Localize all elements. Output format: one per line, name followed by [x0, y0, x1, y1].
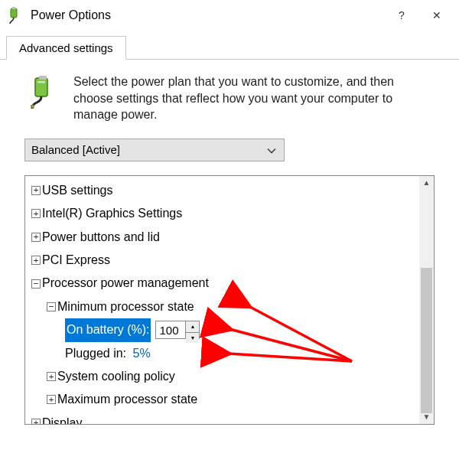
tree-label: System cooling policy [57, 365, 175, 388]
svg-rect-0 [11, 8, 17, 18]
tree-node-processor-power[interactable]: − Processor power management [31, 272, 419, 295]
scroll-thumb[interactable] [421, 268, 432, 413]
tree-node-min-processor-state[interactable]: − Minimum processor state [31, 295, 419, 318]
close-button[interactable]: ✕ [419, 3, 454, 28]
tree-node-usb[interactable]: + USB settings [31, 179, 419, 202]
tree-node-plugged-in[interactable]: Plugged in: 5% [31, 342, 419, 365]
on-battery-input[interactable] [155, 321, 186, 339]
intro-section: Select the power plan that you want to c… [24, 73, 435, 123]
tree-label: PCI Express [42, 249, 110, 272]
power-icon [5, 6, 23, 24]
plugged-in-value[interactable]: 5% [133, 342, 151, 365]
help-button[interactable]: ? [384, 3, 419, 28]
expand-icon[interactable]: + [31, 256, 41, 265]
tree-label: Processor power management [42, 272, 209, 295]
battery-plug-icon [24, 73, 61, 110]
setting-label-on-battery: On battery (%): [65, 318, 151, 341]
expand-icon[interactable]: + [31, 233, 41, 242]
on-battery-spinner[interactable]: ▲ ▼ [155, 321, 200, 339]
scroll-up-icon[interactable]: ▲ [419, 176, 434, 190]
intro-text: Select the power plan that you want to c… [73, 73, 435, 123]
collapse-icon[interactable]: − [31, 279, 41, 289]
tree-node-max-processor-state[interactable]: + Maximum processor state [31, 388, 419, 411]
settings-tree-container: + USB settings + Intel(R) Graphics Setti… [24, 175, 435, 425]
chevron-down-icon [267, 143, 276, 156]
setting-label-plugged-in: Plugged in: [65, 342, 126, 365]
expand-icon[interactable]: + [47, 395, 56, 404]
spinner-down-icon[interactable]: ▼ [186, 333, 199, 343]
expand-icon[interactable]: + [31, 209, 41, 218]
scroll-down-icon[interactable]: ▼ [419, 410, 434, 424]
tree-label: Power buttons and lid [42, 226, 160, 249]
power-plan-selected: Balanced [Active] [31, 143, 120, 156]
tab-advanced-settings[interactable]: Advanced settings [6, 36, 126, 60]
tree-node-intel-graphics[interactable]: + Intel(R) Graphics Settings [31, 202, 419, 225]
svg-rect-1 [12, 7, 15, 9]
expand-icon[interactable]: + [31, 419, 41, 424]
svg-rect-2 [35, 78, 47, 96]
expand-icon[interactable]: + [47, 372, 56, 381]
tabs: Advanced settings [0, 35, 459, 60]
tree-node-system-cooling[interactable]: + System cooling policy [31, 365, 419, 388]
svg-rect-3 [39, 76, 47, 80]
titlebar: Power Options ? ✕ [0, 0, 459, 31]
tree-label: Minimum processor state [57, 295, 194, 318]
collapse-icon[interactable]: − [47, 302, 56, 311]
tree-node-power-buttons[interactable]: + Power buttons and lid [31, 226, 419, 249]
tree-node-on-battery[interactable]: On battery (%): ▲ ▼ [31, 318, 419, 341]
svg-rect-4 [37, 81, 45, 83]
tree-label: USB settings [42, 179, 112, 202]
spinner-up-icon[interactable]: ▲ [186, 321, 199, 332]
expand-icon[interactable]: + [31, 186, 41, 195]
window-title: Power Options [31, 8, 384, 22]
settings-tree[interactable]: + USB settings + Intel(R) Graphics Setti… [25, 176, 419, 424]
tree-node-display[interactable]: + Display [31, 412, 419, 424]
tree-label: Display [42, 412, 82, 424]
tree-scrollbar[interactable]: ▲ ▼ [419, 176, 434, 424]
power-plan-dropdown[interactable]: Balanced [Active] [24, 139, 285, 161]
tree-label: Maximum processor state [57, 388, 197, 411]
tree-label: Intel(R) Graphics Settings [42, 202, 182, 225]
tree-node-pci-express[interactable]: + PCI Express [31, 249, 419, 272]
dialog-body: Select the power plan that you want to c… [0, 60, 459, 428]
